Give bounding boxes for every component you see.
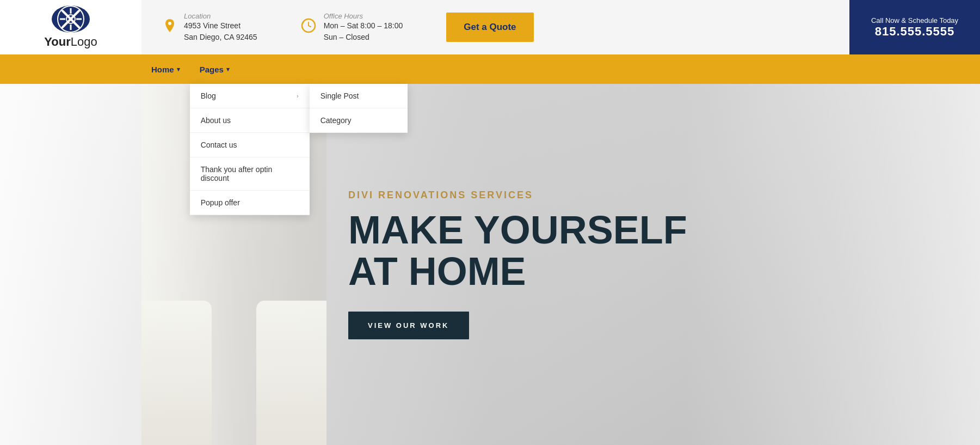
pages-dropdown: Blog › Single Post Category About us Con… [190, 84, 310, 215]
location-value: 4953 Vine Street San Diego, CA 92465 [184, 20, 257, 43]
hours-label: Office Hours [324, 12, 403, 20]
popup-label: Popup offer [201, 198, 240, 207]
nav-home[interactable]: Home ▾ [141, 54, 190, 84]
submenu-category[interactable]: Category [310, 108, 408, 133]
hero-content: DIVI RENOVATIONS SERVICES MAKE YOURSELF … [0, 190, 720, 339]
dropdown-item-thankyou[interactable]: Thank you after optin discount [190, 157, 310, 191]
hero-title: MAKE YOURSELF AT HOME [348, 210, 687, 292]
single-post-label: Single Post [320, 92, 359, 100]
dropdown-item-blog[interactable]: Blog › Single Post Category [190, 84, 310, 108]
location-label: Location [184, 12, 257, 20]
dropdown-item-contact[interactable]: Contact us [190, 133, 310, 157]
logo-area: YourLogo [0, 0, 141, 54]
clock-icon [301, 18, 316, 36]
call-area: Call Now & Schedule Today 815.555.5555 [849, 0, 980, 54]
nav-home-label: Home [151, 65, 174, 74]
logo-normal: Logo [71, 35, 97, 48]
view-work-button[interactable]: VIEW OUR WORK [348, 312, 469, 339]
hours-text: Office Hours Mon – Sat 8:00 – 18:00 Sun … [324, 12, 403, 43]
logo-text: YourLogo [44, 35, 97, 49]
about-label: About us [201, 116, 231, 125]
get-quote-button[interactable]: Get a Quote [446, 13, 533, 42]
location-text: Location 4953 Vine Street San Diego, CA … [184, 12, 257, 43]
hero-title-line1: MAKE YOURSELF [348, 208, 687, 252]
location-info: Location 4953 Vine Street San Diego, CA … [163, 12, 257, 43]
nav-bar: Home ▾ Pages ▾ Blog › Single Post Catego… [0, 54, 980, 84]
location-icon [163, 18, 176, 36]
dropdown-item-about[interactable]: About us [190, 108, 310, 133]
hero-title-line2: AT HOME [348, 249, 526, 293]
call-number: 815.555.5555 [875, 25, 955, 39]
logo-bold: Your [44, 35, 70, 48]
thankyou-label: Thank you after optin discount [201, 165, 299, 182]
category-label: Category [320, 116, 352, 125]
contact-label: Contact us [201, 141, 237, 149]
nav-pages[interactable]: Pages ▾ Blog › Single Post Category [190, 54, 239, 84]
hero-section: DIVI RENOVATIONS SERVICES MAKE YOURSELF … [0, 84, 980, 445]
call-label: Call Now & Schedule Today [871, 16, 958, 25]
logo-icon [52, 5, 90, 33]
top-info: Location 4953 Vine Street San Diego, CA … [141, 0, 849, 54]
hours-value: Mon – Sat 8:00 – 18:00 Sun – Closed [324, 20, 403, 43]
pages-chevron-icon: ▾ [226, 66, 230, 73]
hours-info: Office Hours Mon – Sat 8:00 – 18:00 Sun … [301, 12, 403, 43]
nav-pages-label: Pages [200, 65, 224, 74]
dropdown-item-popup[interactable]: Popup offer [190, 191, 310, 215]
home-chevron-icon: ▾ [177, 66, 180, 73]
hero-subtitle: DIVI RENOVATIONS SERVICES [348, 190, 687, 201]
blog-chevron-icon: › [297, 93, 299, 99]
svg-point-8 [168, 22, 171, 25]
top-bar: YourLogo Location 4953 Vine Street San D… [0, 0, 980, 54]
blog-submenu: Single Post Category [310, 84, 408, 133]
submenu-single-post[interactable]: Single Post [310, 84, 408, 108]
blog-label: Blog [201, 92, 216, 100]
